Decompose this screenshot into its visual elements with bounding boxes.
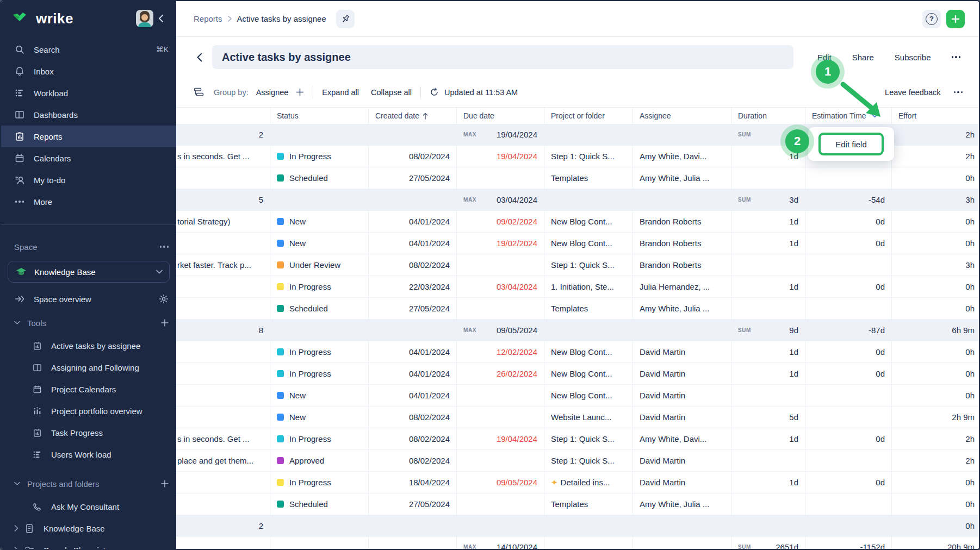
cell-task-name[interactable]: rket faster. Track p... bbox=[176, 254, 270, 276]
cell-created[interactable]: 27/05/2024 bbox=[369, 493, 457, 515]
task-row[interactable]: In Progress22/03/202403/04/20241. Initia… bbox=[176, 276, 979, 298]
sidebar-item-space-overview[interactable]: Space overview bbox=[1, 287, 176, 311]
status-chip[interactable] bbox=[277, 174, 284, 182]
cell-assignee[interactable]: Amy White, Davi... bbox=[633, 428, 731, 449]
cell-assignee[interactable]: David Martin bbox=[633, 385, 731, 406]
cell-task-name[interactable] bbox=[176, 385, 270, 406]
cell-task-name[interactable] bbox=[176, 363, 270, 384]
cell-effort[interactable]: 0h bbox=[892, 211, 979, 232]
cell-task-name[interactable] bbox=[176, 493, 270, 515]
project-item-sample-blueprints[interactable]: Sample Blueprints bbox=[1, 539, 176, 550]
cell-task-name[interactable] bbox=[176, 276, 270, 297]
cell-assignee[interactable]: Julia Hernandez, ... bbox=[633, 276, 731, 297]
cell-project[interactable]: Website Launc... bbox=[544, 407, 633, 428]
cell-due[interactable]: 19/02/2024 bbox=[457, 233, 544, 254]
cell-due[interactable]: 09/05/2024 bbox=[457, 472, 544, 493]
cell-created[interactable]: 08/02/2024 bbox=[369, 146, 457, 167]
cell-status[interactable]: Scheduled bbox=[270, 493, 369, 515]
more-actions-icon[interactable] bbox=[952, 56, 961, 58]
cell-estimation[interactable] bbox=[805, 167, 892, 189]
cell-duration[interactable]: 1d bbox=[731, 341, 805, 362]
cell-project[interactable]: ✦Detailed ins... bbox=[544, 472, 633, 493]
cell-task-name[interactable] bbox=[176, 341, 270, 362]
cell-project[interactable]: New Blog Cont... bbox=[544, 211, 633, 232]
status-chip[interactable] bbox=[277, 479, 284, 486]
cell-estimation[interactable]: 0d bbox=[805, 472, 892, 493]
cell-duration[interactable]: 1d bbox=[731, 276, 805, 297]
cell-effort[interactable]: 0h bbox=[892, 298, 979, 319]
task-row[interactable]: New04/01/202419/02/2024New Blog Cont...B… bbox=[176, 233, 979, 254]
cell-effort[interactable]: 2h bbox=[892, 146, 979, 167]
status-chip[interactable] bbox=[277, 457, 284, 464]
cell-task-name[interactable]: s in seconds. Get ... bbox=[176, 428, 270, 449]
group-row[interactable]: 8MAX09/05/2024SUM9d-87d6h 9m bbox=[176, 320, 979, 341]
tool-item-portfolio[interactable]: Project portfolio overview bbox=[1, 400, 176, 422]
task-row[interactable]: In Progress04/01/202412/02/2024New Blog … bbox=[176, 341, 979, 363]
cell-estimation[interactable]: 0d bbox=[805, 233, 892, 254]
sidebar-item-inbox[interactable]: Inbox bbox=[1, 60, 176, 82]
space-selector[interactable]: Knowledge Base bbox=[8, 261, 170, 283]
cell-duration[interactable] bbox=[731, 167, 805, 189]
tool-item-active-tasks[interactable]: Active tasks by assignee bbox=[1, 335, 176, 357]
cell-assignee[interactable]: David Martin bbox=[633, 341, 731, 362]
cell-effort[interactable]: 0h bbox=[892, 385, 979, 406]
status-chip[interactable] bbox=[277, 153, 284, 160]
cell-effort[interactable]: 0h bbox=[892, 276, 979, 297]
cell-created[interactable]: 27/05/2024 bbox=[369, 298, 457, 319]
cell-effort[interactable]: 2h 9m bbox=[892, 407, 979, 428]
cell-task-name[interactable] bbox=[176, 407, 270, 428]
cell-estimation[interactable] bbox=[805, 450, 892, 471]
cell-project[interactable]: New Blog Cont... bbox=[544, 341, 633, 362]
cell-effort[interactable]: 0h bbox=[892, 472, 979, 493]
cell-estimation[interactable]: 0d bbox=[805, 428, 892, 449]
sidebar-item-calendars[interactable]: Calendars bbox=[1, 147, 176, 169]
col-assignee[interactable]: Assignee bbox=[633, 108, 731, 124]
sidebar-collapse-icon[interactable] bbox=[153, 14, 169, 23]
task-row[interactable]: s in seconds. Get ...In Progress08/02/20… bbox=[176, 428, 979, 450]
status-chip[interactable] bbox=[277, 501, 284, 508]
cell-created[interactable]: 08/02/2024 bbox=[369, 450, 457, 471]
add-project-icon[interactable] bbox=[161, 480, 169, 488]
cell-effort[interactable]: 0h bbox=[892, 341, 979, 362]
cell-assignee[interactable]: Brandon Roberts bbox=[633, 211, 731, 232]
cell-status[interactable]: New bbox=[270, 233, 369, 254]
cell-assignee[interactable]: David Martin bbox=[633, 363, 731, 384]
cell-due[interactable] bbox=[457, 450, 544, 471]
sidebar-item-search[interactable]: Search ⌘K bbox=[1, 39, 176, 60]
report-title-input[interactable]: Active tasks by assignee bbox=[212, 45, 793, 69]
cell-status[interactable]: In Progress bbox=[270, 146, 369, 167]
col-due-date[interactable]: Due date bbox=[457, 108, 544, 124]
group-by-value[interactable]: Assignee bbox=[256, 88, 289, 97]
cell-project[interactable]: Step 1: Quick S... bbox=[544, 450, 633, 471]
cell-project[interactable]: New Blog Cont... bbox=[544, 363, 633, 384]
cell-task-name[interactable]: torial Strategy) bbox=[176, 211, 270, 232]
sidebar-item-dashboards[interactable]: Dashboards bbox=[1, 104, 176, 126]
cell-estimation[interactable]: 0d bbox=[805, 341, 892, 362]
cell-task-name[interactable] bbox=[176, 298, 270, 319]
cell-assignee[interactable]: Amy White, Julia ... bbox=[633, 167, 731, 189]
cell-created[interactable]: 22/03/2024 bbox=[369, 276, 457, 297]
sidebar-item-reports[interactable]: Reports bbox=[1, 126, 176, 147]
status-chip[interactable] bbox=[277, 305, 284, 312]
cell-estimation[interactable] bbox=[805, 407, 892, 428]
cell-effort[interactable]: 0h bbox=[892, 493, 979, 515]
cell-assignee[interactable]: David Martin bbox=[633, 472, 731, 493]
add-tool-icon[interactable] bbox=[161, 319, 169, 327]
cell-duration[interactable] bbox=[731, 493, 805, 515]
cell-task-name[interactable] bbox=[176, 472, 270, 493]
cell-project[interactable]: Step 1: Quick S... bbox=[544, 428, 633, 449]
cell-created[interactable]: 04/01/2024 bbox=[369, 363, 457, 384]
cell-project[interactable]: New Blog Cont... bbox=[544, 233, 633, 254]
status-chip[interactable] bbox=[277, 348, 284, 355]
cell-status[interactable]: In Progress bbox=[270, 363, 369, 384]
create-button[interactable] bbox=[946, 10, 965, 28]
cell-assignee[interactable]: Amy White, Davi... bbox=[633, 146, 731, 167]
cell-estimation[interactable] bbox=[805, 385, 892, 406]
cell-assignee[interactable]: David Martin bbox=[633, 407, 731, 428]
cell-effort[interactable]: 2h bbox=[892, 428, 979, 449]
cell-effort[interactable]: 0h bbox=[892, 167, 979, 189]
leave-feedback-button[interactable]: Leave feedback bbox=[885, 88, 940, 97]
cell-assignee[interactable]: Brandon Roberts bbox=[633, 254, 731, 276]
cell-effort[interactable]: 0h bbox=[892, 363, 979, 384]
project-item-ask-consultant[interactable]: Ask My Consultant bbox=[1, 496, 176, 517]
